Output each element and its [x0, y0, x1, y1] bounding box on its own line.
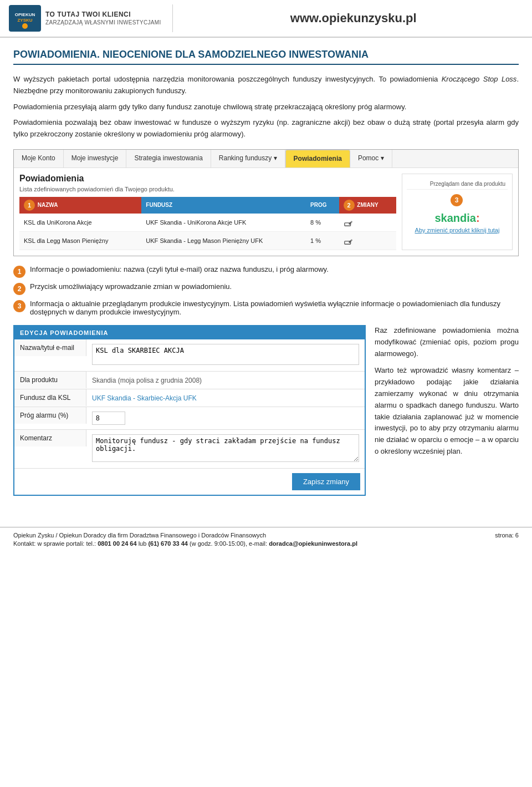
form-actions: Zapisz zmiany — [14, 469, 365, 495]
edit-form-body: Nazwa/tytuł e-mail KSL dla SKARBIEC AKCJ… — [14, 339, 365, 495]
cell-fundusz-2: UKF Skandia - Legg Mason Pieniężny UFK — [141, 231, 306, 250]
form-row-nazwa: Nazwa/tytuł e-mail KSL dla SKARBIEC AKCJ… — [14, 339, 365, 372]
legend-text-3: Informacja o aktualnie przeglądanym prod… — [30, 299, 519, 316]
app-right-panel: Przeglądam dane dla produktu 3 skandia: … — [402, 174, 513, 250]
change-product-link[interactable]: Aby zmienić produkt kliknij tutaj — [407, 227, 508, 233]
form-row-fundusz: Fundusz dla KSL UKF Skandia - Skarbiec-A… — [14, 389, 365, 407]
header-divider — [172, 4, 173, 32]
app-content: Powiadomienia Lista zdefiniowanych powia… — [14, 168, 518, 256]
footer-contact-hours: (w godz. 9:00-15:00), e-mail: — [190, 540, 269, 547]
legend-badge-2: 2 — [13, 283, 25, 295]
footer-contact-mid: lub — [139, 540, 149, 547]
table-row: KSL dla Legg Mason Pieniężny UKF Skandia… — [19, 231, 396, 250]
col-header-prog: PROG — [306, 197, 339, 214]
footer-row1: Opiekun Zysku / Opiekun Doradcy dla firm… — [13, 532, 519, 539]
nav-moje-konto[interactable]: Moje Konto — [14, 150, 64, 167]
form-field-komentarz[interactable]: Monitoruję fundusz - gdy straci zakładam… — [86, 430, 365, 468]
komentarz-input[interactable]: Monitoruję fundusz - gdy straci zakładam… — [92, 434, 359, 462]
legend-item-2: 2 Przycisk umożliwiający wprowadzanie zm… — [13, 282, 519, 295]
edit-right-para1: Raz zdefiniowane powiadomienia można mod… — [375, 325, 519, 359]
cell-prog-1: 8 % — [306, 214, 339, 232]
form-row-prog: Próg alarmu (%) — [14, 407, 365, 430]
skandia-logo: skandia: — [407, 212, 508, 225]
main-content: Powiadomienia. Nieocenione dla samodziel… — [0, 38, 532, 516]
cell-zmiany-1[interactable] — [339, 214, 396, 232]
table-row: KSL dla UniKorona Akcje UKF Skandia - Un… — [19, 214, 396, 232]
cell-zmiany-2[interactable] — [339, 231, 396, 250]
legend: 1 Informacje o powiadomieniu: nazwa (czy… — [13, 265, 519, 316]
cell-nazwa-1: KSL dla UniKorona Akcje — [19, 214, 141, 232]
logo-text: To tutaj Twoi Klienci Zarządzają własnym… — [45, 10, 161, 27]
logo-icon: OPIEKUN ZYSKU — [9, 5, 41, 32]
body-para2: Powiadomienia przesyłają alarm gdy tylko… — [13, 101, 519, 113]
edit-right-para2: Warto też wprowadzić własny komentarz – … — [375, 365, 519, 457]
form-label-fundusz: Fundusz dla KSL — [14, 389, 86, 406]
col-header-zmiany: 2 ZMIANY — [339, 197, 396, 214]
nav-pomoc[interactable]: Pomoc — [350, 150, 392, 167]
form-field-prog[interactable] — [86, 407, 365, 429]
app-subtitle: Lista zdefiniowanych powiadomień dla Two… — [19, 186, 396, 192]
form-row-produkt: Dla produktu Skandia (moja polisa z grud… — [14, 372, 365, 389]
legend-text-2: Przycisk umożliwiający wprowadzanie zmia… — [30, 282, 232, 291]
page-title: Powiadomienia. Nieocenione dla samodziel… — [13, 49, 519, 65]
form-label-komentarz: Komentarz — [14, 430, 86, 446]
form-label-prog: Próg alarmu (%) — [14, 407, 86, 424]
form-field-fundusz: UKF Skandia - Skarbiec-Akcja UFK — [86, 389, 365, 407]
badge-3: 3 — [451, 194, 463, 206]
logo-line2: Zarządzają własnymi inwestycjami — [45, 19, 161, 27]
page-footer: Opiekun Zysku / Opiekun Doradcy dla firm… — [0, 527, 532, 551]
notifications-table: 1 NAZWA FUNDUSZ PROG 2 ZMIANY — [19, 197, 396, 250]
nazwa-input[interactable]: KSL dla SKARBIEC AKCJA — [92, 344, 359, 365]
form-label-nazwa: Nazwa/tytuł e-mail — [14, 339, 86, 356]
prog-input[interactable] — [92, 412, 125, 425]
footer-email: doradca@opiekuninwestora.pl — [269, 540, 357, 547]
footer-row2: Kontakt: w sprawie portali: tel.: 0801 0… — [13, 540, 519, 547]
nav-bar: Moje Konto Moje inwestycje Strategia inw… — [14, 150, 518, 168]
footer-contact-prefix: Kontakt: w sprawie portali: tel.: — [13, 540, 96, 547]
cell-fundusz-1: UKF Skandia - UniKorona Akcje UFK — [141, 214, 306, 232]
footer-right: strona: 6 — [495, 532, 519, 539]
produkt-value: Skandia (moja polisa z grudnia 2008) — [92, 377, 202, 384]
footer-phone1: 0801 00 24 64 — [98, 540, 136, 547]
save-button[interactable]: Zapisz zmiany — [292, 473, 360, 490]
nav-powiadomienia[interactable]: Powiadomienia — [285, 150, 350, 167]
nav-moje-inwestycje[interactable]: Moje inwestycje — [64, 150, 127, 167]
edit-form-container: EDYCJA POWIADOMIENIA Nazwa/tytuł e-mail … — [13, 325, 366, 496]
legend-badge-3: 3 — [13, 300, 25, 312]
form-row-komentarz: Komentarz Monitoruję fundusz - gdy strac… — [14, 430, 365, 469]
footer-phone2: (61) 670 33 44 — [148, 540, 188, 547]
nav-strategia[interactable]: Strategia inwestowania — [126, 150, 211, 167]
svg-text:OPIEKUN: OPIEKUN — [15, 12, 35, 17]
app-screenshot: Moje Konto Moje inwestycje Strategia inw… — [13, 149, 519, 256]
fundusz-value: UKF Skandia - Skarbiec-Akcja UFK — [92, 394, 197, 402]
form-field-nazwa[interactable]: KSL dla SKARBIEC AKCJA — [86, 339, 365, 371]
edit-icon-1 — [344, 217, 354, 227]
legend-item-1: 1 Informacje o powiadomieniu: nazwa (czy… — [13, 265, 519, 278]
badge-1: 1 — [24, 200, 35, 211]
edit-right-text: Raz zdefiniowane powiadomienia można mod… — [375, 325, 519, 496]
col-header-nazwa: 1 NAZWA — [19, 197, 141, 214]
body-para3: Powiadomienia pozwalają bez obaw inwesto… — [13, 117, 519, 140]
footer-left: Opiekun Zysku / Opiekun Doradcy dla firm… — [13, 532, 266, 539]
website-url: www.opiekunzysku.pl — [184, 11, 523, 26]
app-left: Powiadomienia Lista zdefiniowanych powia… — [19, 174, 396, 250]
cell-nazwa-2: KSL dla Legg Mason Pieniężny — [19, 231, 141, 250]
form-label-produkt: Dla produktu — [14, 372, 86, 388]
legend-badge-1: 1 — [13, 266, 25, 278]
logo-line1: To tutaj Twoi Klienci — [45, 10, 161, 19]
body-para1: W wyższych pakietach portal udostępnia n… — [13, 74, 519, 97]
edit-icon-2 — [344, 235, 354, 245]
badge-2: 2 — [344, 200, 355, 211]
app-title: Powiadomienia — [19, 174, 396, 184]
svg-point-3 — [22, 23, 28, 29]
cell-prog-2: 1 % — [306, 231, 339, 250]
edit-form-header: EDYCJA POWIADOMIENIA — [14, 326, 365, 339]
product-preview-label: Przeglądam dane dla produktu — [407, 179, 508, 190]
page-header: OPIEKUN ZYSKU To tutaj Twoi Klienci Zarz… — [0, 0, 532, 38]
logo-area: OPIEKUN ZYSKU To tutaj Twoi Klienci Zarz… — [9, 5, 161, 32]
legend-text-1: Informacje o powiadomieniu: nazwa (czyli… — [30, 265, 329, 273]
legend-item-3: 3 Informacja o aktualnie przeglądanym pr… — [13, 299, 519, 316]
nav-ranking[interactable]: Ranking funduszy — [211, 150, 285, 167]
form-field-produkt: Skandia (moja polisa z grudnia 2008) — [86, 372, 365, 389]
edit-section: EDYCJA POWIADOMIENIA Nazwa/tytuł e-mail … — [13, 325, 519, 496]
